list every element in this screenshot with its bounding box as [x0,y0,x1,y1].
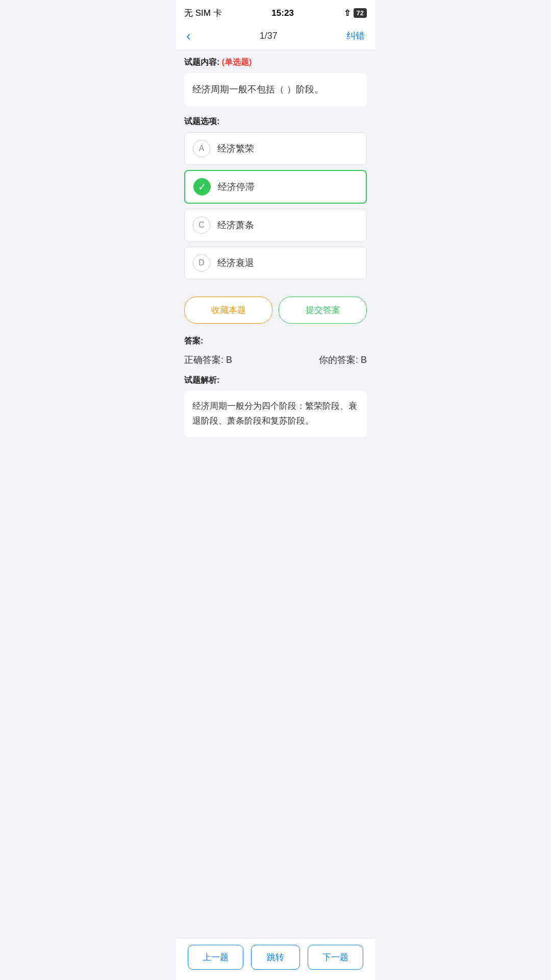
options-section: 试题选项: A 经济繁荣 ✓ 经济停滞 C 经济萧条 D 经济衰退 [176,113,375,289]
question-text: 经济周期一般不包括（ ）阶段。 [184,73,367,106]
collect-button[interactable]: 收藏本题 [184,297,272,324]
option-a[interactable]: A 经济繁荣 [184,132,367,165]
option-c-text: 经济萧条 [217,219,254,231]
option-b-text: 经济停滞 [218,181,255,193]
option-d[interactable]: D 经济衰退 [184,247,367,279]
submit-button[interactable]: 提交答案 [279,297,367,324]
status-time: 15:23 [271,8,293,18]
jump-button[interactable]: 跳转 [251,945,300,970]
correct-answer: 正确答案: B [184,354,232,366]
option-d-text: 经济衰退 [217,257,254,269]
option-a-text: 经济繁荣 [217,142,254,155]
question-label: 试题内容: (单选题) [184,57,367,68]
next-button[interactable]: 下一题 [308,945,363,970]
answer-section: 答案: 正确答案: B 你的答案: B [176,331,375,372]
analysis-label: 试题解析: [184,375,367,386]
option-a-circle: A [193,140,210,157]
prev-button[interactable]: 上一题 [188,945,243,970]
battery-indicator: 72 [354,8,367,18]
option-b[interactable]: ✓ 经济停滞 [184,170,367,204]
bottom-nav: 上一题 跳转 下一题 [176,938,375,980]
nav-bar: ‹ 1/37 纠错 [176,24,375,50]
option-c[interactable]: C 经济萧条 [184,209,367,241]
nav-title: 1/37 [260,31,278,41]
wifi-icon: ⇧ [344,8,350,18]
main-content: 试题内容: (单选题) 经济周期一般不包括（ ）阶段。 试题选项: A 经济繁荣… [176,50,375,938]
question-section: 试题内容: (单选题) 经济周期一般不包括（ ）阶段。 [176,50,375,106]
option-c-circle: C [193,216,210,234]
option-b-circle: ✓ [193,178,211,195]
analysis-section: 试题解析: 经济周期一般分为四个阶段：繁荣阶段、衰退阶段、萧条阶段和复苏阶段。 [176,372,375,444]
status-right: ⇧ 72 [344,8,367,18]
status-sim: 无 SIM 卡 [184,7,222,19]
user-answer: 你的答案: B [319,354,367,366]
back-button[interactable]: ‹ [186,29,191,42]
correct-button[interactable]: 纠错 [346,30,365,42]
status-bar: 无 SIM 卡 15:23 ⇧ 72 [176,0,375,24]
answer-row: 正确答案: B 你的答案: B [184,352,367,372]
action-row: 收藏本题 提交答案 [176,289,375,331]
answer-label: 答案: [184,336,367,347]
question-type-tag: (单选题) [222,58,252,66]
analysis-text: 经济周期一般分为四个阶段：繁荣阶段、衰退阶段、萧条阶段和复苏阶段。 [184,391,367,437]
options-label: 试题选项: [184,113,367,127]
option-d-circle: D [193,254,210,272]
